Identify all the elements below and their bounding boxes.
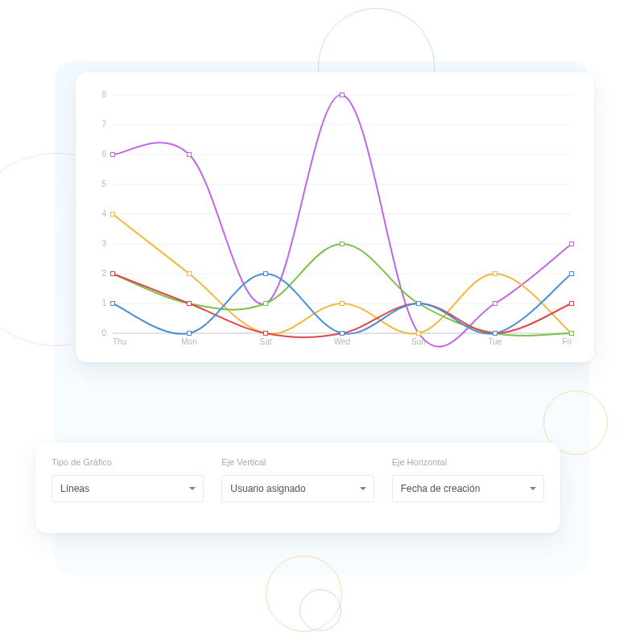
x-tick-label: Sat [259,337,271,346]
series-purple-marker [341,93,345,97]
x-tick-label: Tue [489,337,502,346]
x-tick-label: Thu [113,337,126,346]
chart-type-label: Tipo de Gráfico [52,457,204,467]
series-yellow-marker [417,332,421,336]
series-red-marker [188,302,192,306]
series-yellow-marker [493,272,497,276]
y-axis-label: Eje Vertical [221,457,374,467]
x-tick-label: Wed [334,337,350,346]
y-tick-label: 1 [101,299,106,308]
chevron-down-icon [360,487,366,490]
series-blue-marker [493,332,497,336]
series-red-marker [264,332,268,336]
controls-card: Tipo de Gráfico Líneas Eje Vertical Usua… [35,443,560,533]
y-tick-label: 0 [101,328,106,337]
chevron-down-icon [189,487,196,490]
series-green [113,244,572,336]
series-purple-marker [493,302,497,306]
y-tick-label: 5 [101,180,106,188]
line-chart: 012345678ThuMonSatWedSunTueFri [93,90,576,351]
y-axis-select[interactable]: Usuario asignado [221,475,374,502]
y-tick-label: 8 [101,90,106,99]
series-blue-marker [264,272,268,276]
series-purple [113,95,572,347]
y-tick-label: 2 [101,269,106,278]
series-blue-marker [111,302,115,306]
series-blue-marker [570,272,574,276]
chart-card: 012345678ThuMonSatWedSunTueFri [76,72,594,362]
chart-type-select[interactable]: Líneas [52,475,204,502]
decorative-circle [299,589,341,631]
series-green-marker [341,242,345,246]
series-red-marker [570,302,574,306]
series-green-marker [264,302,268,306]
y-tick-label: 6 [101,150,106,159]
x-tick-label: Mon [181,337,196,346]
chevron-down-icon [530,487,536,490]
control-y-axis: Eje Vertical Usuario asignado [221,457,374,518]
series-yellow-marker [341,302,345,306]
y-tick-label: 4 [101,209,106,218]
series-yellow-marker [111,213,115,217]
x-axis-value: Fecha de creación [401,483,481,494]
chart-type-value: Líneas [60,483,89,494]
x-axis-select[interactable]: Fecha de creación [392,475,544,502]
series-purple-marker [188,153,192,157]
x-axis-label: Eje Horizontal [392,457,544,467]
control-chart-type: Tipo de Gráfico Líneas [52,457,204,518]
series-yellow-marker [188,272,192,276]
x-tick-label: Fri [562,337,572,346]
series-green-marker [570,332,574,336]
series-purple-marker [111,153,115,157]
series-blue-marker [341,332,345,336]
y-axis-value: Usuario asignado [230,483,305,494]
control-x-axis: Eje Horizontal Fecha de creación [392,457,544,518]
series-blue-marker [417,302,421,306]
y-tick-label: 3 [101,239,106,248]
y-tick-label: 7 [101,120,106,129]
series-blue-marker [188,332,192,336]
series-purple-marker [570,242,574,246]
series-red-marker [111,272,115,276]
